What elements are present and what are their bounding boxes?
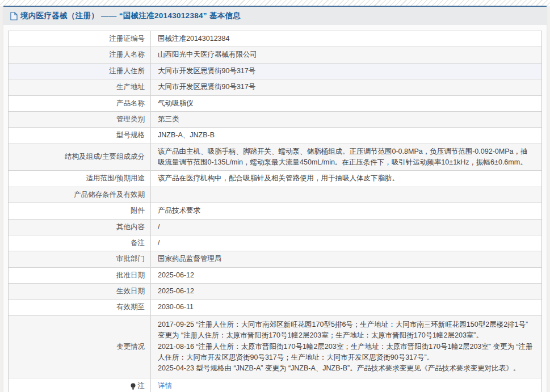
row-value: 大同市开发区思贤街90号317号 <box>151 79 541 95</box>
table-row-registrant-name: 注册人名称 山西阳光中天医疗器械有限公司 <box>9 47 541 63</box>
table-row-remarks: 备注 / <box>9 235 541 251</box>
row-value: 该产品在医疗机构中，配合吸脂针及相关管路使用，用于抽吸人体皮下脂肪。 <box>151 171 541 186</box>
lightbulb-icon <box>130 383 136 390</box>
row-value <box>151 187 541 203</box>
change-record: 2021-08-16 “注册人住所：太原市晋阳街170号1幢2层203室；生产地… <box>158 342 533 364</box>
row-value: 第三类 <box>151 112 541 127</box>
table-row-approval-department: 审批部门 国家药品监督管理局 <box>9 251 541 267</box>
row-value: 2025-06-12 <box>151 268 541 283</box>
row-label: 备注 <box>9 235 151 251</box>
row-value: 详情 <box>151 378 541 392</box>
row-label: 结构及组成/主要组成成分 <box>9 144 151 171</box>
row-label: 产品储存条件及有效期 <box>9 187 151 203</box>
table-row-production-address: 生产地址 大同市开发区思贤街90号317号 <box>9 79 541 95</box>
row-label: 附件 <box>9 203 151 218</box>
row-label: 有效期至 <box>9 300 151 315</box>
row-value: 2030-06-11 <box>151 300 541 315</box>
row-label: 型号规格 <box>9 128 151 143</box>
table-row-expiry-date: 有效期至 2030-06-11 <box>9 300 541 315</box>
row-value: 该产品由主机、吸脂手柄、脚踏开关、蠕动泵、储脂桶组成。正压调节范围0-0.8MP… <box>151 144 541 171</box>
row-label: 注册人名称 <box>9 47 151 62</box>
row-value: 气动吸脂仪 <box>151 96 541 111</box>
table-row-model-spec: 型号规格 JNZB-A、JNZB-B <box>9 128 541 144</box>
note-label: 注 <box>138 381 145 391</box>
table-row-registrant-address: 注册人住所 大同市开发区思贤街90号317号 <box>9 64 541 79</box>
row-value: / <box>151 220 541 235</box>
row-value: / <box>151 235 541 251</box>
table-row-product-name: 产品名称 气动吸脂仪 <box>9 96 541 112</box>
row-label: 生效日期 <box>9 284 151 299</box>
row-value: JNZB-A、JNZB-B <box>151 128 541 143</box>
page-background-stripes <box>0 0 550 6</box>
row-value: 2025-06-12 <box>151 284 541 299</box>
row-value: 大同市开发区思贤街90号317号 <box>151 64 541 79</box>
row-value: 2017-09-25 “注册人住所：大同市南郊区新旺花园170型5排6号；生产地… <box>151 316 541 378</box>
table-row-structure-composition: 结构及组成/主要组成成分 该产品由主机、吸脂手柄、脚踏开关、蠕动泵、储脂桶组成。… <box>9 144 541 171</box>
table-row-storage-validity: 产品储存条件及有效期 <box>9 187 541 203</box>
content-panel: 境内医疗器械（注册） —— “国械注准20143012384” 基本信息 注册证… <box>3 6 547 392</box>
page-header: 境内医疗器械（注册） —— “国械注准20143012384” 基本信息 <box>3 6 547 25</box>
registration-info-table: 注册证编号 国械注准20143012384 注册人名称 山西阳光中天医疗器械有限… <box>8 31 542 392</box>
table-row-attachment: 附件 产品技术要求 <box>9 203 541 219</box>
row-label: 批准日期 <box>9 268 151 283</box>
row-value: 产品技术要求 <box>151 203 541 218</box>
change-record: 2017-09-25 “注册人住所：大同市南郊区新旺花园170型5排6号；生产地… <box>158 319 533 342</box>
row-label: 注册证编号 <box>9 31 151 47</box>
table-row-management-class: 管理类别 第三类 <box>9 112 541 128</box>
row-label: 其他内容 <box>9 220 151 235</box>
row-value: 国械注准20143012384 <box>151 31 541 47</box>
change-record: 2025-04-23 型号规格由 “JNZB-A” 变更为 “JNZB-A、JN… <box>158 363 533 374</box>
row-label: 变更情况 <box>9 316 151 378</box>
row-label: 适用范围/预期用途 <box>9 171 151 186</box>
table-row-other-content: 其他内容 / <box>9 220 541 235</box>
page-title: 境内医疗器械（注册） —— “国械注准20143012384” 基本信息 <box>20 11 241 21</box>
table-row-change-history: 变更情况 2017-09-25 “注册人住所：大同市南郊区新旺花园170型5排6… <box>9 316 541 378</box>
row-value: 国家药品监督管理局 <box>151 251 541 267</box>
row-label: 管理类别 <box>9 112 151 127</box>
document-icon <box>10 12 18 20</box>
row-label: 注 <box>9 378 151 392</box>
table-row-effective-date: 生效日期 2025-06-12 <box>9 284 541 300</box>
row-label: 注册人住所 <box>9 64 151 79</box>
table-row-approval-date: 批准日期 2025-06-12 <box>9 268 541 284</box>
table-row-note: 注 详情 <box>9 378 541 392</box>
row-label: 生产地址 <box>9 79 151 95</box>
row-label: 产品名称 <box>9 96 151 111</box>
table-row-registration-number: 注册证编号 国械注准20143012384 <box>9 31 541 47</box>
row-value: 山西阳光中天医疗器械有限公司 <box>151 47 541 62</box>
details-link[interactable]: 详情 <box>158 381 172 391</box>
row-label: 审批部门 <box>9 251 151 267</box>
table-row-intended-use: 适用范围/预期用途 该产品在医疗机构中，配合吸脂针及相关管路使用，用于抽吸人体皮… <box>9 171 541 187</box>
